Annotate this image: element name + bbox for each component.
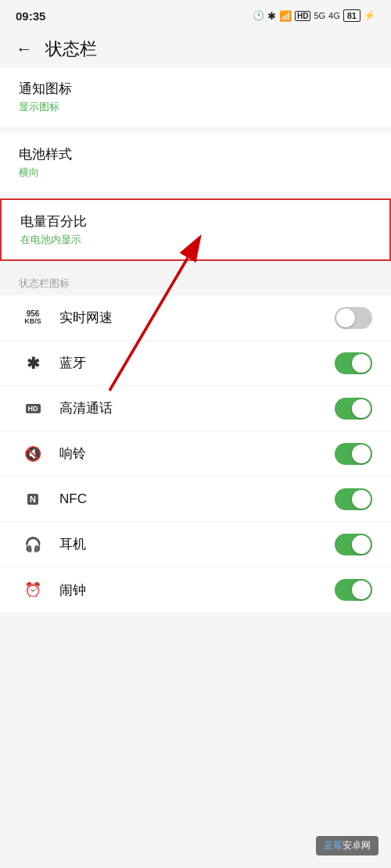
hd-call-row[interactable]: HD 高清通话 [0,386,391,431]
hd-status-icon: HD [295,11,310,21]
alarm-status-icon: 🕐 [253,10,264,21]
alarm-icon: ⏰ [19,581,47,598]
alarm-toggle[interactable] [335,579,372,601]
nfc-toggle[interactable] [335,488,372,510]
notification-icon-label: 通知图标 [19,80,372,98]
bluetooth-status-icon: ✱ [267,10,276,22]
bluetooth-toggle[interactable] [335,352,372,374]
status-time: 09:35 [16,9,45,23]
watermark-part1: 蓝莓 [324,840,343,851]
bluetooth-label: 蓝牙 [59,354,335,372]
watermark-part2: 安卓网 [343,840,371,851]
alarm-row[interactable]: ⏰ 闹钟 [0,567,391,613]
bluetooth-icon: ✱ [19,354,47,373]
mute-row[interactable]: 🔇 响铃 [0,431,391,477]
hd-call-toggle[interactable] [335,398,372,420]
realtime-speed-label: 实时网速 [59,309,335,327]
page-title: 状态栏 [45,38,97,61]
battery-style-sublabel: 横向 [19,166,372,180]
battery-style-item[interactable]: 电池样式 横向 [0,133,391,192]
alarm-label: 闹钟 [59,581,335,599]
page-header: ← 状态栏 [0,28,391,67]
headphone-label: 耳机 [59,535,335,553]
back-button[interactable]: ← [16,39,33,59]
signal2-status-icon: 4G [328,11,340,20]
status-icons: 🕐 ✱ 📶 HD 5G 4G 81 ⚡ [253,9,375,22]
nfc-label: NFC [59,491,335,507]
mute-toggle[interactable] [335,443,372,465]
notification-icon-item[interactable]: 通知图标 显示图标 [0,67,391,127]
watermark: 蓝莓安卓网 [316,836,378,855]
status-bar-icons-section-label: 状态栏图标 [0,267,391,295]
hd-call-icon: HD [19,404,47,413]
battery-percent-item[interactable]: 电量百分比 在电池内显示 [0,198,391,261]
battery-status-icon: 81 [343,9,361,22]
realtime-speed-icon: 956 KB/S [19,309,47,326]
notification-icon-section: 通知图标 显示图标 [0,67,391,127]
headphone-toggle[interactable] [335,534,372,555]
mute-icon: 🔇 [19,445,47,463]
hd-call-label: 高清通话 [59,399,335,417]
headphone-icon: 🎧 [19,536,47,553]
status-bar-icons-section: 956 KB/S 实时网速 ✱ 蓝牙 HD 高清通话 [0,295,391,613]
settings-content: 通知图标 显示图标 电池样式 横向 电量百分比 在电池内显示 状态栏图标 956… [0,67,391,613]
signal1-status-icon: 5G [314,11,325,20]
mute-label: 响铃 [59,445,335,463]
battery-percent-label: 电量百分比 [20,214,87,229]
headphone-row[interactable]: 🎧 耳机 [0,522,391,567]
battery-style-label: 电池样式 [19,145,372,163]
realtime-speed-row[interactable]: 956 KB/S 实时网速 [0,295,391,341]
notification-icon-sublabel: 显示图标 [19,100,372,114]
bluetooth-row[interactable]: ✱ 蓝牙 [0,341,391,386]
battery-style-section: 电池样式 横向 [0,133,391,192]
nfc-icon: N [19,494,47,505]
wifi-status-icon: 📶 [279,10,292,22]
battery-percent-sublabel: 在电池内显示 [20,233,371,247]
charge-icon: ⚡ [364,10,375,21]
nfc-row[interactable]: N NFC [0,477,391,522]
realtime-speed-toggle[interactable] [335,307,372,329]
status-bar: 09:35 🕐 ✱ 📶 HD 5G 4G 81 ⚡ [0,0,391,28]
